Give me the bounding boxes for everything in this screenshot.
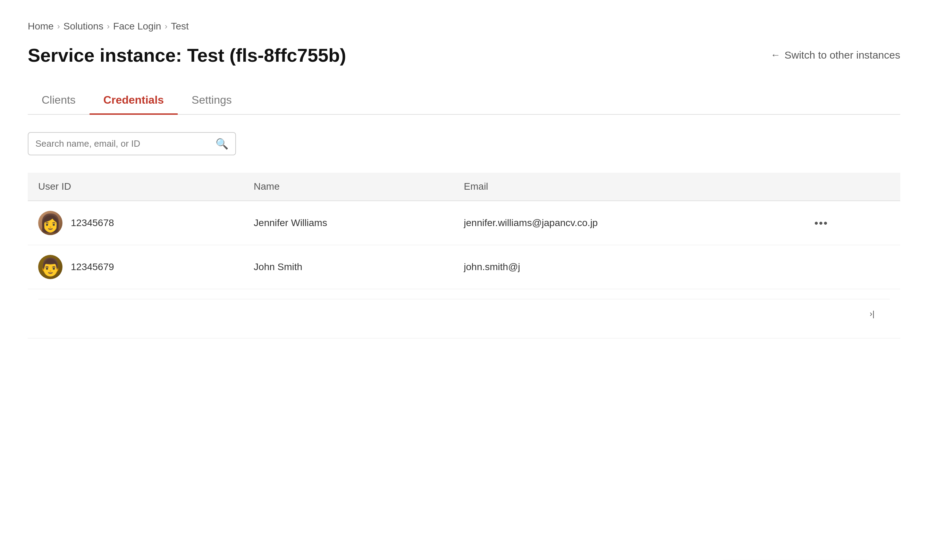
breadcrumb-home[interactable]: Home (28, 21, 54, 32)
tab-settings[interactable]: Settings (178, 87, 246, 115)
table-container: User ID Name Email 12345678 Jennifer Wil… (28, 173, 900, 338)
page-header: Service instance: Test (fls-8ffc755b) ← … (28, 44, 900, 66)
user-id-cell-2: 12345679 (28, 245, 243, 289)
table-footer-row: ›| (28, 289, 900, 338)
user-id-cell-1: 12345678 (28, 201, 243, 245)
col-name: Name (243, 173, 453, 201)
search-input[interactable] (35, 138, 211, 149)
col-email: Email (453, 173, 798, 201)
breadcrumb: Home › Solutions › Face Login › Test (28, 21, 900, 32)
switch-instances-button[interactable]: ← Switch to other instances (771, 49, 900, 61)
avatar-john (38, 255, 63, 279)
tab-clients[interactable]: Clients (28, 87, 90, 115)
user-id-2: 12345679 (71, 262, 114, 272)
breadcrumb-sep-1: › (57, 21, 60, 31)
user-email-2: john.smith@j (453, 245, 798, 289)
search-bar[interactable]: 🔍 (28, 132, 236, 155)
avatar-jennifer (38, 211, 63, 235)
tab-bar: Clients Credentials Settings (28, 87, 900, 115)
arrow-left-icon: ← (771, 50, 780, 61)
users-table: User ID Name Email 12345678 Jennifer Wil… (28, 173, 900, 338)
pagination-next-icon[interactable]: ›| (865, 306, 879, 321)
table-header: User ID Name Email (28, 173, 900, 201)
breadcrumb-sep-2: › (107, 21, 110, 31)
page-title: Service instance: Test (fls-8ffc755b) (28, 44, 346, 66)
table-row: 12345679 John Smith john.smith@j (28, 245, 900, 289)
breadcrumb-sep-3: › (165, 21, 167, 31)
table-row: 12345678 Jennifer Williams jennifer.will… (28, 201, 900, 245)
actions-cell-1: ••• (798, 201, 900, 245)
search-icon: 🔍 (215, 138, 228, 150)
more-options-button-1[interactable]: ••• (809, 214, 834, 232)
breadcrumb-test[interactable]: Test (171, 21, 188, 32)
user-name-2: John Smith (243, 245, 453, 289)
col-user-id: User ID (28, 173, 243, 201)
switch-instances-label: Switch to other instances (785, 49, 900, 61)
user-name-1: Jennifer Williams (243, 201, 453, 245)
user-id-1: 12345678 (71, 218, 114, 228)
user-email-1: jennifer.williams@japancv.co.jp (453, 201, 798, 245)
tab-credentials[interactable]: Credentials (90, 87, 178, 115)
breadcrumb-face-login[interactable]: Face Login (113, 21, 161, 32)
col-actions (798, 173, 900, 201)
breadcrumb-solutions[interactable]: Solutions (64, 21, 104, 32)
actions-cell-2 (798, 245, 900, 289)
pagination-area: ›| (38, 299, 890, 329)
